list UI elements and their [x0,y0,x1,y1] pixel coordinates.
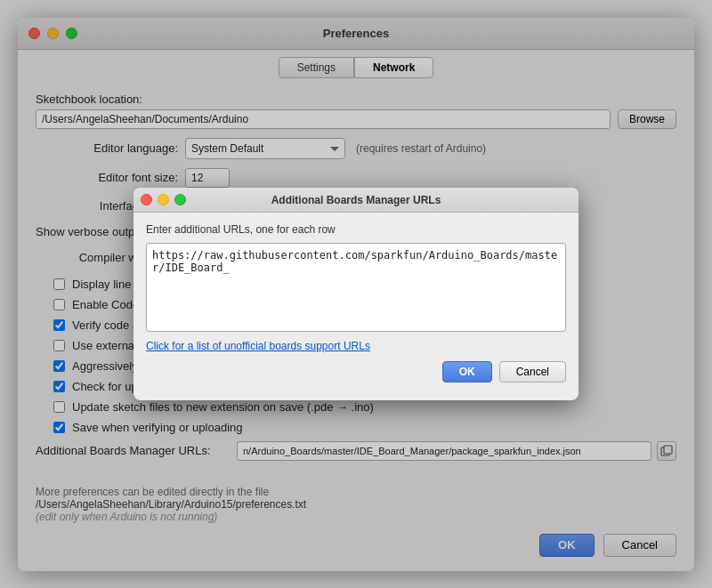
modal-ok-button[interactable]: OK [442,361,492,383]
modal-dialog: Additional Boards Manager URLs Enter add… [134,188,578,400]
modal-cancel-button[interactable]: Cancel [499,361,566,383]
modal-overlay: Additional Boards Manager URLs Enter add… [18,18,694,571]
modal-link[interactable]: Click for a list of unofficial boards su… [146,334,566,356]
modal-content: Enter additional URLs, one for each row … [134,213,578,400]
modal-titlebar: Additional Boards Manager URLs [134,188,578,213]
modal-instruction: Enter additional URLs, one for each row [146,223,566,236]
modal-title: Additional Boards Manager URLs [271,194,441,206]
modal-maximize-button[interactable] [174,194,186,205]
modal-buttons: OK Cancel [146,356,566,390]
modal-textarea[interactable] [146,243,566,332]
modal-close-button[interactable] [141,194,152,205]
preferences-window: Preferences Settings Network Sketchbook … [18,18,694,571]
modal-window-controls [141,194,186,205]
modal-minimize-button[interactable] [158,194,169,205]
